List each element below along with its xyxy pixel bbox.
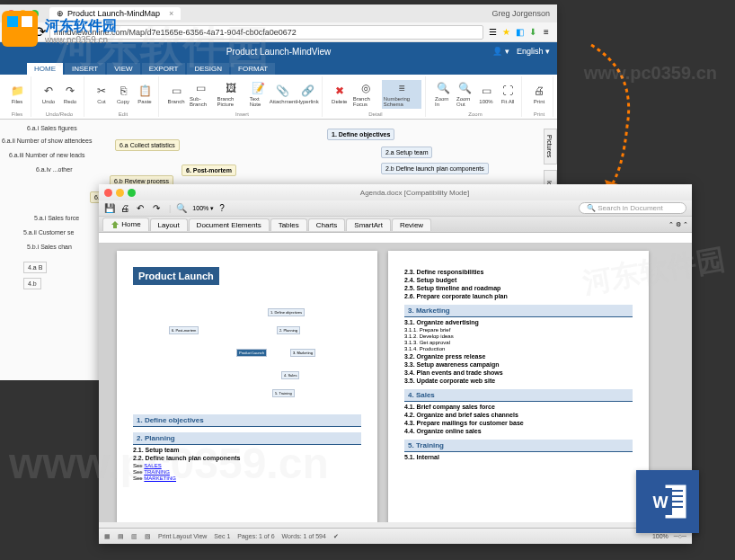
tab-export[interactable]: EXPORT (142, 63, 186, 75)
mindmap-node[interactable]: 6.a Collect statistics (115, 139, 180, 151)
zoom100-button[interactable]: ▭100% (476, 83, 496, 106)
zoomin-button[interactable]: 🔍Zoom In (433, 80, 453, 109)
branchpic-button[interactable]: 🖼Branch Picture (215, 80, 245, 109)
link[interactable]: TRAINING (144, 469, 170, 475)
view-icon[interactable]: ▥ (131, 533, 137, 540)
cut-button[interactable]: ✂Cut (92, 83, 111, 106)
paste-button[interactable]: 📋Paste (135, 83, 155, 106)
delete-button[interactable]: ✖Delete (330, 83, 350, 106)
doc-line: 3.1.2. Develop ideas (404, 333, 633, 339)
tab-format[interactable]: FORMAT (231, 63, 275, 75)
maximize-icon[interactable] (128, 189, 136, 197)
print-button[interactable]: 🖨Print (529, 83, 549, 106)
menu-icon[interactable]: ≡ (541, 27, 552, 38)
word-window: Agenda.docx [Compatibility Mode] 💾 🖨 ↶ ↷… (99, 184, 692, 544)
ruler[interactable] (99, 233, 692, 244)
mindmap-node[interactable]: 1. Define objectives (327, 129, 394, 140)
link[interactable]: MARKETING (144, 476, 176, 481)
doc-line: 3.4. Plan events and trade shows (404, 369, 633, 376)
group-label: Edit (119, 111, 128, 117)
doc-line: 3.3. Setup awareness campaign (404, 361, 633, 368)
doc-line: 2.5. Setup timeline and roadmap (404, 285, 633, 291)
word-app-icon: W (636, 470, 699, 533)
tab-review[interactable]: Review (392, 218, 431, 231)
link[interactable]: SALES (144, 463, 161, 468)
undo-icon[interactable]: ↶ (137, 203, 147, 214)
outline-item[interactable]: 4.b (23, 278, 41, 289)
files-button[interactable]: 📁Files (7, 83, 27, 106)
mindmap-node[interactable]: 2.a Setup team (381, 147, 432, 158)
zoomout-button[interactable]: 🔍Zoom Out (455, 80, 474, 109)
tab-smartart[interactable]: SmartArt (346, 218, 391, 231)
ribbon-toggle[interactable]: ⌃ ⚙ ⌃ (669, 221, 688, 228)
extension-icon[interactable]: ⬇ (527, 27, 538, 38)
document-area[interactable]: Product Launch Product Launch 1. Define … (99, 244, 692, 522)
print-icon[interactable]: 🖨 (120, 203, 131, 214)
mindmap-node[interactable]: 2.b Define launch plan components (381, 163, 489, 174)
redo-icon[interactable]: ↷ (153, 203, 164, 214)
chrome-user[interactable]: Greg Jorgenson (491, 9, 550, 18)
save-icon[interactable]: 💾 (104, 203, 115, 214)
doc-line: 2.4. Setup budget (404, 277, 633, 283)
mindmap-node[interactable]: 6. Post-mortem (182, 164, 236, 176)
view-icon[interactable]: ▧ (145, 533, 151, 540)
doc-line: See SALES (133, 463, 361, 468)
section-header: 2. Planning (133, 432, 361, 445)
numbering-button[interactable]: ≡Numbering Schema (382, 80, 421, 109)
outline-item[interactable]: 5.a.i Sales force (34, 215, 79, 221)
tab-home[interactable]: Home (102, 218, 149, 231)
copy-button[interactable]: ⎘Copy (113, 83, 133, 106)
extension-icon[interactable]: ◧ (514, 27, 525, 38)
tab-charts[interactable]: Charts (308, 218, 346, 231)
zoom-value[interactable]: 100% ▾ (192, 205, 214, 212)
hyperlink-button[interactable]: 🔗Hyperlink (297, 83, 318, 106)
view-icon[interactable]: ▤ (118, 533, 124, 540)
doc-line: 2.6. Prepare corporate launch plan (404, 293, 633, 299)
spellcheck-icon[interactable]: ✔ (333, 533, 339, 540)
embedded-mindmap: Product Launch 1. Define objectives 2. P… (133, 299, 361, 407)
tab-doc-elements[interactable]: Document Elements (189, 218, 270, 231)
status-words: Words: 1 of 594 (282, 533, 326, 539)
sidetab-pictures[interactable]: Pictures (544, 129, 557, 164)
close-tab-icon[interactable]: × (169, 9, 173, 18)
fitall-button[interactable]: ⛶Fit All (498, 83, 518, 106)
tab-insert[interactable]: INSERT (65, 63, 105, 75)
view-label: Print Layout View (158, 533, 207, 539)
subbranch-button[interactable]: ▭Sub-Branch (188, 80, 213, 109)
zoom-icon[interactable]: 🔍 (176, 203, 187, 214)
tab-layout[interactable]: Layout (150, 218, 188, 231)
app-title: Product Launch-MindView (226, 47, 332, 57)
help-icon[interactable]: ? (219, 203, 230, 214)
redo-button[interactable]: ↷Redo (60, 83, 80, 106)
tab-design[interactable]: DESIGN (187, 63, 229, 75)
bookmark-icon[interactable]: ★ (500, 27, 511, 38)
extension-icon[interactable]: ☰ (487, 27, 498, 38)
view-icon[interactable]: ▦ (104, 533, 111, 540)
zoom-value[interactable]: 100% (652, 533, 669, 539)
undo-button[interactable]: ↶Undo (39, 83, 58, 106)
tab-home[interactable]: HOME (27, 63, 63, 75)
attachment-button[interactable]: 📎Attachment (270, 83, 295, 106)
page-2: 2.3. Define responsibilities 2.4. Setup … (388, 251, 649, 522)
branchfocus-button[interactable]: ◎Branch Focus (351, 80, 380, 109)
tab-tables[interactable]: Tables (270, 218, 307, 231)
search-input[interactable]: 🔍 Search in Document (579, 202, 686, 214)
language-menu[interactable]: English ▾ (517, 47, 550, 56)
outline-item[interactable]: 4.a B (23, 262, 47, 273)
outline-item[interactable]: 5.a.ii Customer se (23, 229, 74, 236)
outline-item[interactable]: 5.b.i Sales chan (27, 244, 72, 250)
close-icon[interactable] (104, 189, 112, 197)
branch-button[interactable]: ▭Branch (166, 83, 186, 106)
outline-item[interactable]: 6.a.iii Number of new leads (9, 152, 84, 158)
doc-line: 2.3. Define responsibilities (404, 269, 633, 275)
outline-item[interactable]: 6.a.ii Number of show attendees (2, 138, 92, 144)
zoom-slider[interactable]: ─○─ (674, 533, 686, 539)
doc-line: 4.4. Organize online sales (404, 428, 633, 434)
user-menu[interactable]: 👤 ▾ (492, 47, 509, 56)
outline-item[interactable]: 6.a.iv ...other (36, 166, 72, 173)
textnote-button[interactable]: 📝Text Note (248, 80, 270, 109)
minimize-icon[interactable] (116, 189, 124, 197)
tab-view[interactable]: VIEW (107, 63, 139, 75)
outline-item[interactable]: 6.a.i Sales figures (27, 125, 77, 131)
svg-text:www.pc0359.cn: www.pc0359.cn (44, 35, 108, 45)
